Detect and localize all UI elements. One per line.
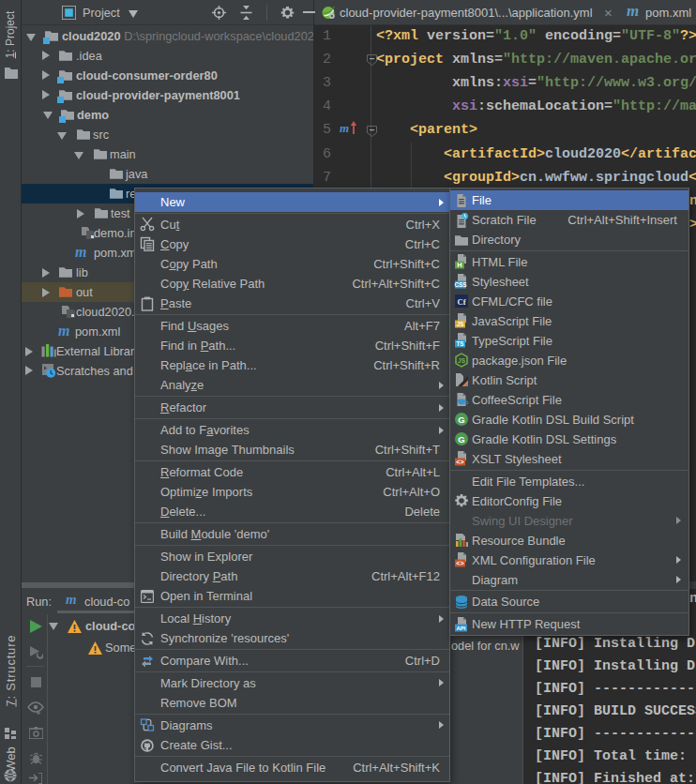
svg-text:API: API [456, 625, 465, 630]
svg-text:G: G [458, 434, 464, 445]
svg-text:JS: JS [458, 357, 466, 364]
svg-text:Cf: Cf [458, 297, 466, 307]
svg-text:JS: JS [457, 321, 464, 327]
svg-text:TS: TS [456, 340, 463, 347]
svg-text:<>: <> [456, 560, 463, 567]
svg-text:<>: <> [456, 459, 463, 466]
svg-text:H: H [457, 261, 461, 269]
svg-text:CSS: CSS [455, 281, 467, 288]
svg-text:G: G [458, 415, 464, 425]
